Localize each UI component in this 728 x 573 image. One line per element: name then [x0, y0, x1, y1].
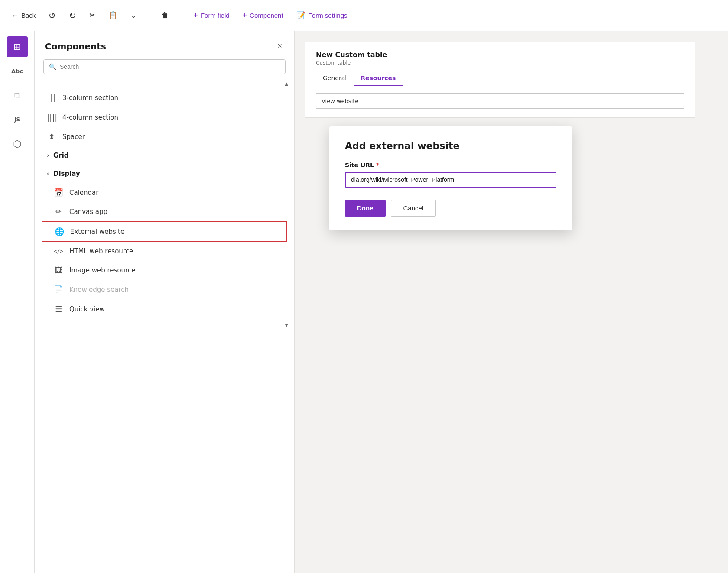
list-item-knowledge-search: 📄 Knowledge search — [35, 280, 294, 299]
spacer-icon: ⬍ — [47, 132, 56, 141]
section-display[interactable]: ‹ Display — [35, 165, 294, 183]
components-list: ▲ ||| 3-column section |||| 4-column sec… — [35, 81, 294, 573]
search-icon: 🔍 — [49, 63, 56, 70]
panel-header: Components × — [35, 31, 294, 59]
panel-title: Components — [45, 41, 106, 52]
done-button[interactable]: Done — [345, 200, 386, 217]
three-col-icon: ||| — [47, 93, 56, 102]
globe-icon: 🌐 — [55, 227, 64, 236]
list-item-image-resource[interactable]: 🖼 Image web resource — [35, 260, 294, 280]
form-settings-button[interactable]: 📝 Form settings — [294, 9, 350, 22]
layers-icon: ⧉ — [14, 90, 20, 100]
list-item-external-website[interactable]: 🌐 External website — [42, 221, 287, 242]
back-button[interactable]: ← Back — [9, 10, 38, 22]
html-icon: </> — [54, 248, 63, 254]
paste-icon: 📋 — [108, 11, 117, 20]
list-item-4col[interactable]: |||| 4-column section — [35, 107, 294, 127]
plus-icon-1: + — [193, 11, 198, 20]
main-area: ⊞ Abc ⧉ JS ⬡ Components × 🔍 ▲ — [0, 31, 728, 573]
nav-components[interactable]: ⊞ — [7, 36, 28, 57]
search-box: 🔍 — [43, 59, 286, 74]
redo-icon: ↻ — [69, 10, 76, 21]
form-container: New Custom table Custom table General Re… — [305, 42, 695, 118]
delete-icon: 🗑 — [161, 11, 169, 20]
form-field-row: View website — [316, 93, 684, 109]
cancel-button[interactable]: Cancel — [391, 200, 436, 217]
list-item-spacer[interactable]: ⬍ Spacer — [35, 127, 294, 146]
undo-icon: ↺ — [49, 10, 56, 21]
calendar-icon: 📅 — [54, 188, 63, 197]
knowledge-icon: 📄 — [54, 285, 63, 294]
form-subtitle: Custom table — [316, 60, 684, 66]
list-item-canvas-app[interactable]: ✏ Canvas app — [35, 202, 294, 221]
section-grid[interactable]: › Grid — [35, 146, 294, 165]
add-external-website-dialog: Add external website Site URL * Done Can… — [329, 126, 572, 230]
cut-icon: ✂ — [89, 11, 95, 20]
quick-view-icon: ☰ — [54, 304, 63, 314]
tree-icon: ⬡ — [13, 139, 21, 149]
list-item-calendar[interactable]: 📅 Calendar — [35, 183, 294, 202]
dropdown-button[interactable]: ⌄ — [128, 9, 139, 22]
delete-button[interactable]: 🗑 — [159, 10, 171, 22]
chevron-down-icon: ⌄ — [130, 11, 136, 20]
tab-resources[interactable]: Resources — [354, 71, 403, 86]
form-settings-icon: 📝 — [296, 11, 306, 20]
list-item-html-resource[interactable]: </> HTML web resource — [35, 242, 294, 260]
undo-button[interactable]: ↺ — [46, 9, 58, 23]
list-item-quick-view[interactable]: ☰ Quick view — [35, 299, 294, 319]
plus-icon-2: + — [243, 11, 247, 20]
form-field-label: View website — [322, 98, 358, 104]
tab-general[interactable]: General — [316, 71, 354, 86]
form-tabs: General Resources — [316, 71, 684, 86]
form-canvas: New Custom table Custom table General Re… — [295, 31, 728, 573]
nav-layers[interactable]: ⧉ — [7, 85, 28, 106]
divider-2 — [181, 8, 181, 23]
four-col-icon: |||| — [47, 113, 56, 122]
list-item-3col[interactable]: ||| 3-column section — [35, 88, 294, 107]
nav-javascript[interactable]: JS — [7, 109, 28, 130]
panel-close-button[interactable]: × — [276, 40, 284, 52]
back-icon: ← — [11, 11, 19, 20]
component-button[interactable]: + Component — [240, 9, 286, 22]
redo-button[interactable]: ↻ — [66, 9, 79, 23]
left-nav: ⊞ Abc ⧉ JS ⬡ — [0, 31, 35, 573]
canvas-app-icon: ✏ — [54, 207, 63, 216]
form-field-button[interactable]: + Form field — [191, 9, 232, 22]
site-url-input[interactable] — [345, 172, 556, 188]
chevron-right-icon: › — [47, 152, 49, 159]
paste-button[interactable]: 📋 — [106, 9, 120, 22]
chevron-down-icon: ‹ — [47, 171, 49, 177]
divider-1 — [149, 8, 149, 23]
required-marker: * — [376, 162, 379, 168]
cut-button[interactable]: ✂ — [87, 9, 98, 22]
js-icon: JS — [14, 117, 20, 123]
scroll-down-arrow[interactable]: ▼ — [285, 322, 288, 328]
scroll-up-arrow[interactable]: ▲ — [285, 81, 288, 87]
grid-icon: ⊞ — [13, 42, 21, 52]
components-panel: Components × 🔍 ▲ ||| 3-column section ||… — [35, 31, 295, 573]
nav-tree[interactable]: ⬡ — [7, 133, 28, 154]
nav-text[interactable]: Abc — [7, 61, 28, 81]
toolbar: ← Back ↺ ↻ ✂ 📋 ⌄ 🗑 + Form field + Compon… — [0, 0, 728, 31]
image-icon: 🖼 — [54, 265, 63, 275]
site-url-label: Site URL * — [345, 162, 556, 168]
form-title: New Custom table — [316, 51, 684, 59]
search-input[interactable] — [60, 63, 280, 70]
dialog-title: Add external website — [345, 140, 556, 151]
text-icon: Abc — [11, 68, 23, 74]
dialog-actions: Done Cancel — [345, 200, 556, 217]
